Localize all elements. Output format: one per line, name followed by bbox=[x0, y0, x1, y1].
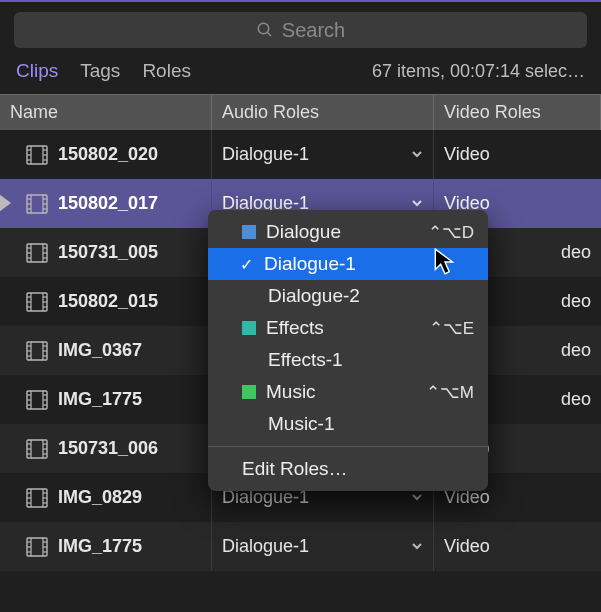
menu-label: Music-1 bbox=[268, 413, 335, 435]
menu-shortcut: ⌃⌥E bbox=[429, 318, 474, 339]
browser-panel: Search Clips Tags Roles 67 items, 00:07:… bbox=[0, 0, 601, 612]
checkmark-icon: ✓ bbox=[238, 255, 254, 274]
swatch-icon bbox=[242, 321, 256, 335]
menu-shortcut: ⌃⌥M bbox=[426, 382, 474, 403]
table-row[interactable]: IMG_1775 Dialogue-1 Video bbox=[0, 522, 601, 571]
audio-role-cell[interactable]: Dialogue-1 bbox=[212, 522, 434, 571]
filmstrip-icon bbox=[26, 145, 48, 165]
playhead-indicator-icon bbox=[0, 194, 11, 212]
chevron-down-icon bbox=[411, 144, 423, 165]
search-placeholder: Search bbox=[282, 19, 345, 42]
tabs-row: Clips Tags Roles 67 items, 00:07:14 sele… bbox=[0, 54, 601, 94]
menu-item-dialogue[interactable]: Dialogue ⌃⌥D bbox=[208, 216, 488, 248]
filmstrip-icon bbox=[26, 439, 48, 459]
clip-name: 150802_015 bbox=[58, 291, 158, 312]
video-role-cell[interactable]: Video bbox=[434, 130, 601, 179]
menu-item-dialogue-2[interactable]: Dialogue-2 bbox=[208, 280, 488, 312]
clip-name: IMG_0367 bbox=[58, 340, 142, 361]
search-input[interactable]: Search bbox=[14, 12, 587, 48]
clip-name: IMG_0829 bbox=[58, 487, 142, 508]
filmstrip-icon bbox=[26, 292, 48, 312]
svg-point-0 bbox=[258, 23, 269, 34]
column-audio-roles[interactable]: Audio Roles bbox=[212, 95, 434, 130]
clip-name: 150802_020 bbox=[58, 144, 158, 165]
table-row[interactable]: 150802_020 Dialogue-1 Video bbox=[0, 130, 601, 179]
filmstrip-icon bbox=[26, 341, 48, 361]
clip-name: IMG_1775 bbox=[58, 389, 142, 410]
clip-name: IMG_1775 bbox=[58, 536, 142, 557]
menu-label: Music bbox=[266, 381, 316, 403]
svg-line-1 bbox=[267, 32, 271, 36]
audio-role-cell[interactable]: Dialogue-1 bbox=[212, 130, 434, 179]
chevron-down-icon bbox=[411, 536, 423, 557]
clip-name: 150731_006 bbox=[58, 438, 158, 459]
video-role-value: Video bbox=[444, 144, 490, 165]
filmstrip-icon bbox=[26, 488, 48, 508]
swatch-icon bbox=[242, 225, 256, 239]
menu-item-effects[interactable]: Effects ⌃⌥E bbox=[208, 312, 488, 344]
tab-clips[interactable]: Clips bbox=[16, 60, 58, 82]
menu-label: Dialogue-1 bbox=[264, 253, 356, 275]
menu-separator bbox=[208, 446, 488, 447]
menu-label: Edit Roles… bbox=[242, 458, 348, 480]
tab-roles[interactable]: Roles bbox=[142, 60, 191, 82]
column-name[interactable]: Name bbox=[0, 95, 212, 130]
selection-stats: 67 items, 00:07:14 selec… bbox=[372, 61, 585, 82]
clip-name: 150802_017 bbox=[58, 193, 158, 214]
menu-item-music-1[interactable]: Music-1 bbox=[208, 408, 488, 440]
column-video-roles[interactable]: Video Roles bbox=[434, 95, 601, 130]
filmstrip-icon bbox=[26, 390, 48, 410]
menu-shortcut: ⌃⌥D bbox=[428, 222, 474, 243]
menu-label: Dialogue-2 bbox=[268, 285, 360, 307]
filmstrip-icon bbox=[26, 194, 48, 214]
menu-label: Effects-1 bbox=[268, 349, 343, 371]
video-role-cell[interactable]: Video bbox=[434, 522, 601, 571]
search-icon bbox=[256, 21, 274, 39]
audio-role-value: Dialogue-1 bbox=[222, 144, 309, 165]
menu-item-effects-1[interactable]: Effects-1 bbox=[208, 344, 488, 376]
column-header: Name Audio Roles Video Roles bbox=[0, 94, 601, 130]
filmstrip-icon bbox=[26, 243, 48, 263]
menu-item-dialogue-1[interactable]: ✓ Dialogue-1 bbox=[208, 248, 488, 280]
swatch-icon bbox=[242, 385, 256, 399]
role-popup-menu: Dialogue ⌃⌥D ✓ Dialogue-1 Dialogue-2 Eff… bbox=[208, 210, 488, 491]
tab-tags[interactable]: Tags bbox=[80, 60, 120, 82]
clip-name: 150731_005 bbox=[58, 242, 158, 263]
filmstrip-icon bbox=[26, 537, 48, 557]
menu-label: Effects bbox=[266, 317, 324, 339]
menu-item-music[interactable]: Music ⌃⌥M bbox=[208, 376, 488, 408]
clip-list: 150802_020 Dialogue-1 Video 150802_017 D… bbox=[0, 130, 601, 571]
menu-item-edit-roles[interactable]: Edit Roles… bbox=[208, 453, 488, 485]
menu-label: Dialogue bbox=[266, 221, 341, 243]
